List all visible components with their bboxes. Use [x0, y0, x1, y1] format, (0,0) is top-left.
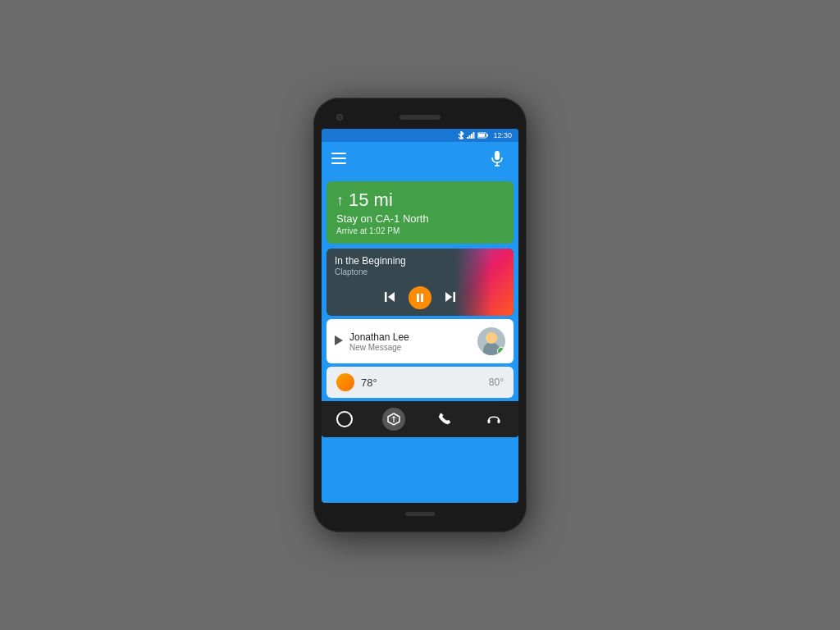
- phone-bottom-bar: [322, 506, 518, 521]
- svg-rect-19: [454, 292, 456, 302]
- svg-marker-14: [388, 292, 395, 302]
- nav-arrival-time: Arrive at 1:02 PM: [336, 226, 504, 235]
- music-artist: Claptone: [335, 267, 505, 276]
- nav-distance-value: 15 mi: [349, 189, 393, 211]
- music-card[interactable]: In the Beginning Claptone: [326, 249, 514, 316]
- phone-screen: 12:30: [322, 129, 518, 503]
- phone-device: 12:30: [313, 98, 527, 532]
- weather-sun-icon: [336, 373, 354, 391]
- music-pause-button[interactable]: [409, 286, 431, 309]
- music-title: In the Beginning: [335, 255, 505, 267]
- audio-button[interactable]: [484, 409, 504, 429]
- status-bar: 12:30: [322, 129, 518, 142]
- svg-rect-4: [473, 132, 475, 139]
- nav-distance: ↑ 15 mi: [336, 189, 504, 211]
- music-controls: [326, 281, 514, 316]
- svg-rect-17: [421, 294, 423, 302]
- message-text: Jonathan Lee New Message: [349, 331, 471, 352]
- message-subtitle: New Message: [349, 343, 471, 352]
- svg-rect-24: [488, 419, 491, 423]
- status-time: 12:30: [493, 131, 512, 139]
- bottom-navigation: [322, 401, 518, 437]
- weather-current-temp: 78°: [361, 377, 377, 389]
- avatar-head: [486, 332, 497, 344]
- message-play-icon[interactable]: [335, 336, 343, 348]
- svg-rect-6: [478, 134, 485, 137]
- svg-rect-11: [495, 151, 500, 160]
- weather-card[interactable]: 78° 80°: [326, 367, 514, 398]
- navigation-button[interactable]: [382, 408, 405, 431]
- top-nav: [322, 142, 518, 176]
- nav-direction-arrow: ↑: [336, 192, 344, 209]
- phone-call-button[interactable]: [435, 409, 454, 429]
- bluetooth-icon: [458, 131, 464, 139]
- phone-speaker: [399, 115, 441, 120]
- hamburger-menu[interactable]: [331, 153, 346, 167]
- battery-icon: [477, 132, 489, 139]
- svg-rect-25: [498, 419, 500, 423]
- phone-top-bar: [322, 109, 518, 126]
- svg-rect-8: [331, 153, 346, 154]
- status-icons: 12:30: [458, 131, 512, 139]
- avatar: [477, 327, 505, 355]
- svg-rect-2: [469, 135, 471, 139]
- navigation-card[interactable]: ↑ 15 mi Stay on CA-1 North Arrive at 1:0…: [326, 181, 514, 244]
- svg-rect-9: [331, 158, 346, 159]
- nav-road-name: Stay on CA-1 North: [336, 212, 504, 225]
- svg-marker-18: [445, 292, 452, 302]
- home-button[interactable]: [336, 411, 353, 427]
- svg-rect-3: [471, 134, 472, 139]
- avatar-badge: [497, 347, 505, 355]
- mic-button[interactable]: [486, 148, 509, 171]
- music-prev-button[interactable]: [384, 291, 395, 305]
- svg-marker-20: [335, 336, 343, 345]
- signal-icon: [467, 132, 475, 139]
- message-card[interactable]: Jonathan Lee New Message: [326, 319, 514, 363]
- svg-rect-1: [467, 137, 468, 139]
- phone-home-indicator: [405, 512, 435, 516]
- message-sender-name: Jonathan Lee: [349, 331, 471, 343]
- svg-rect-16: [417, 294, 419, 302]
- svg-rect-10: [331, 162, 346, 164]
- svg-rect-15: [385, 292, 387, 302]
- weather-high-temp: 80°: [489, 377, 504, 388]
- phone-camera: [336, 114, 343, 121]
- music-next-button[interactable]: [445, 291, 456, 305]
- svg-rect-7: [487, 135, 489, 137]
